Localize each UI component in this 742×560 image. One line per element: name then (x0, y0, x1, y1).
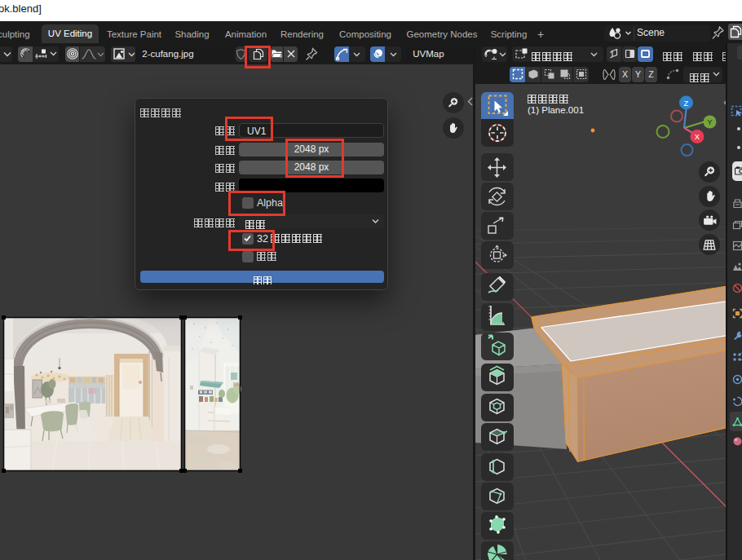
svg-text:Y: Y (707, 117, 713, 126)
svg-text:Z: Z (684, 99, 689, 108)
svg-text:X: X (695, 132, 700, 141)
